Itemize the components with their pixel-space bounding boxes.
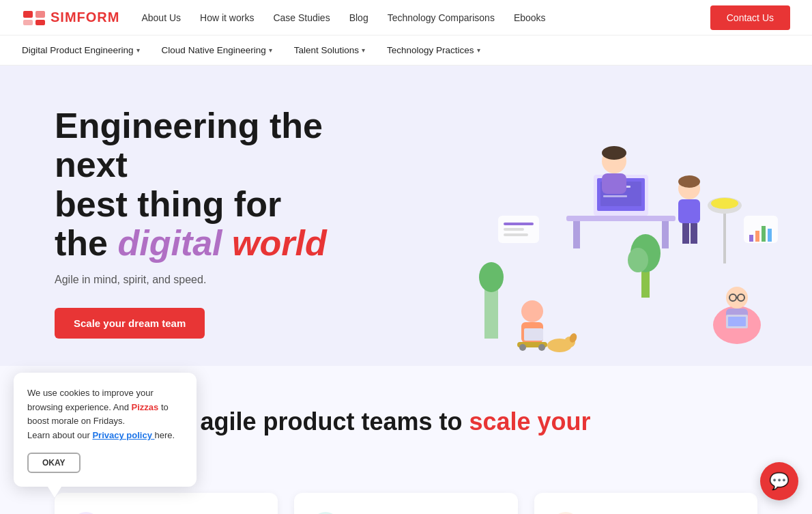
cookie-privacy-link[interactable]: Privacy policy: [92, 430, 154, 440]
contact-us-button[interactable]: Contact Us: [710, 5, 790, 30]
hero-content: Engineering the next best thing for the …: [55, 106, 382, 339]
svg-point-38: [628, 248, 648, 272]
cookie-banner: We use cookies to improve your browsing …: [14, 373, 197, 487]
svg-rect-6: [662, 221, 669, 248]
svg-rect-19: [682, 223, 689, 244]
cards-row: Product Engineering We help business ach…: [0, 493, 812, 514]
chevron-down-icon: ▾: [362, 46, 365, 54]
subnav-digital-product[interactable]: Digital Product Engineering ▾: [22, 45, 140, 55]
chevron-down-icon: ▾: [477, 46, 480, 54]
nav-technology-comparisons[interactable]: Technology Comparisons: [388, 12, 495, 23]
svg-rect-55: [768, 229, 772, 242]
hero-title: Engineering the next best thing for the …: [55, 106, 382, 263]
svg-rect-53: [755, 231, 759, 242]
svg-rect-13: [617, 216, 624, 221]
svg-rect-2: [23, 20, 33, 25]
svg-point-43: [479, 262, 504, 292]
chat-widget-button[interactable]: 💬: [760, 462, 798, 500]
svg-rect-49: [504, 228, 524, 231]
sub-navigation: Digital Product Engineering ▾ Cloud Nati…: [0, 35, 812, 66]
subnav-technology-practices[interactable]: Technology Practices ▾: [387, 45, 480, 55]
logo[interactable]: SIMFORM: [22, 8, 119, 27]
svg-rect-54: [762, 226, 766, 242]
svg-rect-0: [23, 11, 33, 18]
cookie-pizza-text: Pizzas: [132, 402, 159, 412]
nav-how-it-works[interactable]: How it works: [200, 12, 254, 23]
svg-point-25: [519, 344, 526, 351]
top-nav-links: About Us How it works Case Studies Blog …: [141, 5, 790, 30]
svg-point-41: [711, 198, 738, 209]
nav-blog[interactable]: Blog: [349, 12, 368, 23]
svg-rect-18: [678, 199, 700, 223]
subnav-talent-solutions[interactable]: Talent Solutions ▾: [294, 45, 365, 55]
svg-rect-35: [728, 317, 746, 326]
chevron-down-icon: ▾: [269, 46, 272, 54]
card-devops-engineering: DevOps Engineering Achieve faster develo…: [534, 493, 757, 514]
hero-subtitle: Agile in mind, spirit, and speed.: [55, 274, 382, 286]
cookie-link-suffix: here.: [155, 430, 175, 440]
scale-team-button[interactable]: Scale your dream team: [55, 308, 205, 339]
card-cloud-engineering: Cloud Engineering Gain business agility …: [294, 493, 517, 514]
chevron-down-icon: ▾: [136, 46, 140, 54]
top-navigation: SIMFORM About Us How it works Case Studi…: [0, 0, 812, 35]
svg-rect-3: [35, 20, 45, 25]
simform-logo-icon: [22, 8, 46, 27]
svg-rect-27: [524, 328, 543, 341]
logo-text: SIMFORM: [50, 10, 119, 25]
nav-about-us[interactable]: About Us: [141, 12, 181, 23]
svg-rect-50: [504, 233, 528, 236]
svg-rect-1: [35, 11, 45, 18]
svg-point-21: [678, 175, 700, 188]
svg-rect-52: [749, 235, 753, 242]
svg-point-16: [602, 146, 626, 160]
svg-rect-39: [723, 209, 726, 263]
svg-rect-15: [602, 173, 626, 194]
hero-illustration: [430, 79, 785, 366]
card-product-engineering: Product Engineering We help business ach…: [55, 493, 278, 514]
nav-ebooks[interactable]: Ebooks: [514, 12, 546, 23]
svg-point-22: [521, 300, 543, 322]
svg-rect-12: [603, 195, 627, 197]
hero-section: Engineering the next best thing for the …: [0, 66, 812, 366]
svg-point-26: [538, 344, 545, 351]
nav-case-studies[interactable]: Case Studies: [273, 12, 330, 23]
chat-icon: 💬: [769, 472, 789, 491]
cookie-learn-text: Learn about our: [27, 430, 90, 440]
cookie-okay-button[interactable]: OKAY: [27, 453, 81, 473]
subnav-cloud-native[interactable]: Cloud Native Engineering ▾: [162, 45, 272, 55]
svg-rect-20: [691, 223, 697, 244]
svg-rect-48: [504, 223, 534, 225]
svg-rect-51: [744, 216, 778, 243]
svg-rect-5: [573, 221, 580, 248]
